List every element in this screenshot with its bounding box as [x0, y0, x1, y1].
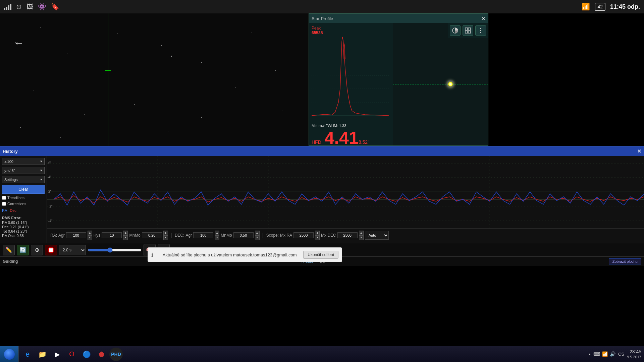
dec-mnmo-stepper[interactable]: ▲ ▼ [255, 231, 260, 240]
start-button[interactable] [0, 346, 19, 362]
loop-button[interactable]: 🔄 [17, 245, 29, 255]
mx-dec-down-icon[interactable]: ▼ [359, 235, 364, 240]
peak-value: 65535 [312, 31, 390, 35]
taskbar-chrome-icon[interactable]: 🔵 [80, 348, 93, 361]
tray-volume-icon[interactable]: 🔊 [610, 351, 615, 357]
signal-bars-icon [4, 3, 11, 10]
star-field [0, 13, 309, 146]
mx-ra-down-icon[interactable]: ▼ [315, 235, 320, 240]
svg-text:-2": -2" [48, 204, 53, 208]
crosshair-button[interactable]: ⊕ [31, 245, 43, 255]
dec-mnmo-up-icon[interactable]: ▲ [255, 231, 260, 235]
star-profile-close-button[interactable]: ✕ [481, 15, 485, 22]
star-profile-title-bar: Star Profile ✕ [309, 14, 488, 23]
dec-agr-input[interactable] [193, 232, 213, 238]
taskbar-ie-icon[interactable]: e [21, 348, 34, 361]
tray-network-icon: 📶 [602, 351, 608, 357]
auto-select[interactable]: Auto Manual [365, 231, 389, 240]
dec-mnmo-down-icon[interactable]: ▼ [255, 235, 260, 240]
taskbar-right: ▲ ⌨ 📶 🔊 CS 23:45 9.5.2017 [588, 349, 644, 359]
star-view-area [393, 23, 488, 145]
ra-agr-stepper[interactable]: ▲ ▼ [88, 231, 92, 240]
profile-more-icon[interactable] [475, 25, 486, 36]
dec-agr-down-icon[interactable]: ▼ [215, 235, 219, 240]
taskbar-icons: e 📁 ▶ O 🔵 ⬟ PHD [19, 348, 125, 361]
dec-mnmo-label: MnMo [221, 233, 232, 238]
dec-agr-stepper[interactable]: ▲ ▼ [215, 231, 219, 240]
gain-slider-container [88, 245, 142, 255]
mx-ra-up-icon[interactable]: ▲ [315, 231, 320, 235]
ra-agr-up-icon[interactable]: ▲ [88, 231, 92, 235]
crosshair-vertical [108, 13, 108, 146]
mx-dec-stepper[interactable]: ▲ ▼ [359, 231, 364, 240]
dec-agr-up-icon[interactable]: ▲ [215, 231, 219, 235]
y-scale-dropdown[interactable]: y:+/-8" ▾ [2, 167, 45, 174]
x-scale-dropdown[interactable]: x:100 ▾ [2, 158, 45, 165]
ra-mnmo-input[interactable] [142, 232, 162, 238]
settings-chevron-icon: ▾ [40, 177, 42, 182]
taskbar-clock[interactable]: 23:45 9.5.2017 [627, 349, 641, 359]
crosshair-box [105, 65, 111, 71]
hfd-row: HFD: 4.41 8.52" [312, 129, 390, 146]
pencil-tool-button[interactable]: ✏️ [3, 245, 15, 255]
mx-ra-input[interactable] [293, 232, 314, 238]
svg-point-7 [480, 32, 481, 33]
svg-point-5 [480, 28, 481, 29]
ra-param-label: RA: [50, 233, 57, 238]
taskbar-media-icon[interactable]: ▶ [50, 348, 64, 361]
end-sharing-label: Ukončit sdílení [308, 252, 334, 257]
hys-up-icon[interactable]: ▲ [123, 231, 128, 235]
back-arrow-button[interactable]: ← [13, 37, 24, 49]
view-button-label: Zobrazit plochu [612, 259, 638, 263]
end-sharing-button[interactable]: Ukončit sdílení [303, 251, 338, 259]
clear-button[interactable]: Clear [2, 185, 45, 194]
exposure-select[interactable]: 2.0 s 1.0 s 3.0 s 5.0 s [59, 245, 86, 255]
taskbar-folder-icon[interactable]: 📁 [36, 348, 49, 361]
hys-stepper[interactable]: ▲ ▼ [123, 231, 128, 240]
mx-dec-input[interactable] [337, 232, 358, 238]
mx-ra-stepper[interactable]: ▲ ▼ [315, 231, 320, 240]
ra-mnmo-stepper[interactable]: ▲ ▼ [163, 231, 168, 240]
ra-agr-input[interactable] [66, 232, 86, 238]
hys-down-icon[interactable]: ▼ [123, 235, 128, 240]
scope-param-group: Scope: Mx RA ▲ ▼ Mx DEC ▲ ▼ Auto Manual [266, 231, 389, 240]
taskbar-unknown-icon[interactable]: ⬟ [95, 348, 108, 361]
bottom-params-bar: RA: Agr ▲ ▼ Hys ▲ ▼ MnMo ▲ ▼ | DEC: Agr … [47, 228, 644, 242]
mx-dec-up-icon[interactable]: ▲ [359, 231, 364, 235]
corrections-label: Corrections [7, 202, 26, 206]
dec-mnmo-input[interactable] [233, 232, 254, 238]
tray-expand-icon[interactable]: ▲ [588, 352, 591, 356]
gain-slider[interactable] [88, 247, 142, 253]
crosshair-horizontal [0, 68, 309, 68]
dec-agr-label: Agr [186, 233, 192, 238]
trendlines-checkbox[interactable] [2, 196, 6, 200]
taskbar-phdguiding-icon[interactable]: PHD [109, 348, 123, 361]
bookmark-icon: 🔖 [51, 3, 59, 11]
hfd-big-value: 4.41 [325, 129, 359, 146]
ra-mnmo-up-icon[interactable]: ▲ [163, 231, 168, 235]
guiding-label: Guiding [3, 259, 18, 264]
history-title: History [3, 149, 18, 154]
fwhm-label: Mid row FWHM: 1.33 [312, 124, 390, 128]
corrections-checkbox[interactable] [2, 202, 6, 206]
param-separator-1: | [171, 232, 172, 238]
top-bar: ⊙ 🖼 👾 🔖 📶 42 11:45 odp. [0, 0, 644, 13]
history-sidebar: x:100 ▾ y:+/-8" ▾ Settings ▾ Clear Trend… [0, 156, 47, 243]
hys-input[interactable] [102, 232, 122, 238]
stop-button[interactable] [45, 245, 57, 255]
scope-crosshair-v [441, 23, 441, 145]
profile-grid-icon[interactable] [463, 25, 473, 36]
ra-agr-down-icon[interactable]: ▼ [88, 235, 92, 240]
svg-rect-30 [49, 248, 53, 252]
taskbar-lang: CS [618, 352, 624, 357]
settings-dropdown[interactable]: Settings ▾ [2, 176, 45, 183]
ra-mnmo-down-icon[interactable]: ▼ [163, 235, 168, 240]
profile-chart-svg [312, 35, 389, 122]
view-button[interactable]: Zobrazit plochu [609, 258, 641, 264]
history-close-button[interactable]: ✕ [637, 148, 641, 154]
taskbar-tray: ▲ ⌨ 📶 🔊 [588, 351, 615, 357]
taskbar-opera-icon[interactable]: O [65, 348, 78, 361]
mx-dec-label: Mx DEC [321, 233, 336, 238]
profile-pie-chart-icon[interactable] [450, 25, 461, 36]
star-bright-spot [448, 82, 453, 86]
